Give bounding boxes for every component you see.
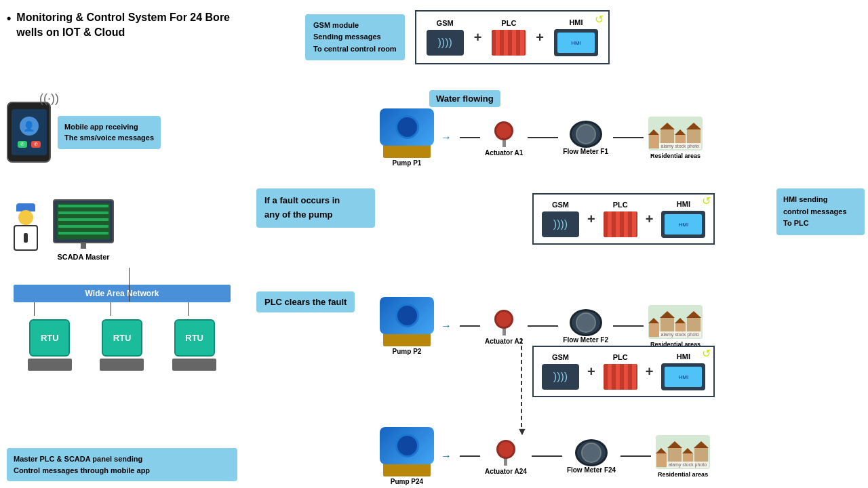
flowmeter-f1-body	[570, 121, 602, 148]
pump-p24: Pump P24	[380, 427, 434, 485]
plus-5: +	[587, 364, 595, 380]
scada-monitor	[53, 199, 114, 243]
phone-icon: 👤 ✆ ✆	[7, 102, 51, 163]
flowmeter-f24-label: Flow Meter F24	[567, 466, 616, 474]
flow-arrow-1: →	[441, 131, 452, 144]
gsm-wifi-icon-3: ))))	[553, 371, 568, 383]
hmi-screen-2: HMI	[665, 214, 702, 235]
water-flowing-label: Water flowing	[429, 90, 500, 107]
dash-vert-line	[521, 339, 522, 427]
wifi-waves-icon: ((·))	[39, 92, 59, 106]
plc-group: PLC	[492, 19, 526, 56]
hmi-group: HMI ↺ HMI	[554, 18, 598, 56]
gsm-label-3: GSM	[552, 353, 569, 361]
actuator-a1-label: Actuator A1	[485, 149, 523, 157]
plc-label-2: PLC	[613, 201, 628, 209]
rtu-base-2	[100, 359, 144, 371]
rtu-container: RTU RTU RTU	[14, 319, 231, 371]
rtu-base-3	[172, 359, 216, 371]
actuator-a24: Actuator A24	[485, 437, 527, 475]
conn-line-1b	[528, 137, 558, 138]
hmi-screen-3: HMI	[665, 367, 702, 387]
scada-label: SCADA Master	[57, 253, 109, 261]
pump-p1-base	[383, 144, 431, 158]
refresh-icon-2: ↺	[702, 195, 711, 207]
actuator-a24-label: Actuator A24	[485, 468, 527, 475]
actuator-a2-label: Actuator A2	[485, 338, 523, 345]
conn-line-3c	[620, 455, 651, 457]
flowmeter-f24-body	[575, 439, 608, 466]
hmi-screen: HMI	[557, 33, 595, 53]
pump-p2-label: Pump P2	[393, 348, 422, 355]
conn-line-2b	[528, 325, 558, 327]
flowmeter-f1: Flow Meter F1	[563, 121, 608, 155]
pump-p2-base	[383, 333, 431, 346]
hmi-device: HMI	[554, 29, 598, 56]
actuator-a1-valve	[494, 121, 513, 140]
hmi-device-2: HMI	[661, 211, 705, 238]
gsm-group-2: GSM ))))	[542, 201, 579, 237]
flowmeter-f24: Flow Meter F24	[567, 439, 616, 474]
hmi-device-3: HMI	[661, 363, 705, 390]
pump-row-3: Pump P24 → Actuator A24 Flow Meter F24	[380, 427, 710, 485]
person-head	[18, 210, 33, 225]
phone-avatar: 👤	[20, 117, 39, 136]
pump-p1-motor	[395, 115, 419, 139]
gsm-device-3: ))))	[542, 364, 579, 390]
rtu-base-1	[28, 359, 72, 371]
gsm-group: GSM ))))	[427, 19, 464, 56]
actuator-a1: Actuator A1	[485, 119, 523, 157]
pump-p24-base	[383, 463, 431, 476]
res-house-sm-1	[649, 135, 659, 148]
gsm-label-box: GSM module Sending messages To central c…	[305, 14, 405, 61]
flowmeter-f2-body	[570, 309, 602, 336]
stock-label-2: alamy stock photo	[659, 331, 701, 338]
actuator-a1-body	[491, 119, 517, 149]
plc-device-3	[604, 364, 637, 390]
plc-label: PLC	[501, 19, 516, 27]
refresh-icon: ↺	[595, 13, 604, 26]
gsm-label: GSM	[437, 19, 454, 27]
bullet: •	[7, 12, 11, 26]
gsm-wifi-icon-2: ))))	[553, 218, 568, 230]
rtu-item-2: RTU	[100, 319, 144, 371]
gsm-wifi-icon: ))))	[437, 37, 452, 49]
actuator-a24-valve	[496, 440, 515, 459]
actuator-a2: Actuator A2	[485, 307, 523, 345]
conn-line-1a	[460, 137, 480, 138]
fault-label: If a fault occurs in any of the pump	[256, 188, 375, 228]
scada-person-icon	[7, 197, 44, 251]
plus-2: +	[536, 30, 544, 45]
call-button: ✆	[18, 141, 27, 148]
res-img-1: alamy stock photo	[648, 117, 703, 150]
person-body	[14, 225, 38, 251]
actuator-a2-body	[491, 307, 517, 338]
plus-3: +	[587, 211, 595, 227]
flowmeter-f1-label: Flow Meter F1	[563, 148, 608, 155]
right-panel: GSM module Sending messages To central c…	[251, 0, 868, 488]
plc-group-3: PLC	[604, 353, 637, 390]
pump-p1: Pump P1	[380, 108, 434, 167]
pump-p1-label: Pump P1	[393, 159, 422, 167]
scada-section: SCADA Master	[7, 197, 114, 251]
plus-6: +	[646, 364, 654, 380]
pump-p1-body	[380, 108, 434, 146]
title-section: • Monitoring & Control System For 24 Bor…	[7, 10, 251, 41]
left-panel: • Monitoring & Control System For 24 Bor…	[0, 0, 251, 488]
plc-device-2	[604, 211, 637, 237]
pump-p24-body	[380, 427, 434, 464]
residential-2: alamy stock photo Residential areas	[648, 305, 703, 348]
phone-buttons: ✆ ✆	[18, 141, 41, 148]
stock-label-3: alamy stock photo	[667, 462, 709, 468]
plc-clears-label: PLC clears the fault	[256, 291, 355, 312]
residential-3: alamy stock photo Residential areas	[656, 435, 710, 478]
res-img-2: alamy stock photo	[648, 305, 703, 339]
rtu-box-3: RTU	[174, 319, 215, 357]
hmi-group-2: HMI ↺ HMI	[661, 200, 705, 238]
flow-arrow-2: →	[441, 320, 452, 332]
flowmeter-f2-label: Flow Meter F2	[563, 336, 608, 344]
gsm-group-3: GSM ))))	[542, 353, 579, 390]
actuator-a24-body	[493, 437, 519, 468]
phone-screen: 👤 ✆ ✆	[12, 109, 47, 155]
hmi-label-2: HMI	[677, 200, 690, 208]
